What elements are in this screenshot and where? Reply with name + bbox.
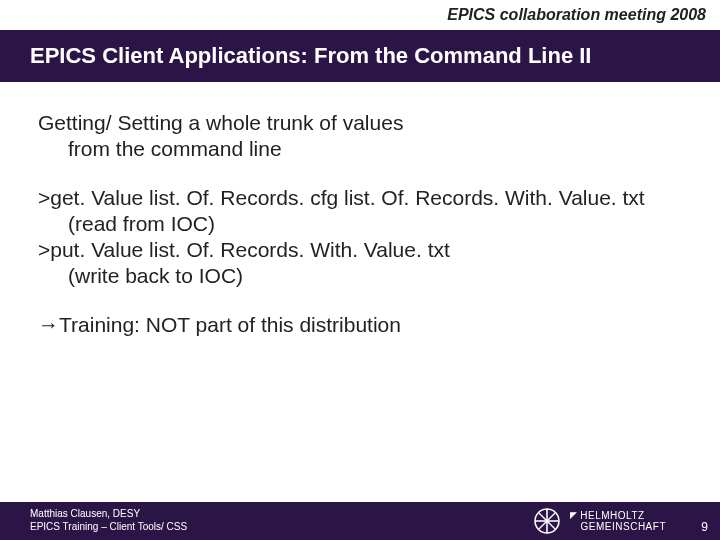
page-number: 9 (701, 520, 708, 534)
training-text: Training: NOT part of this distribution (59, 313, 401, 336)
slide: EPICS collaboration meeting 2008 EPICS C… (0, 0, 720, 540)
slide-body: Getting/ Setting a whole trunk of values… (38, 110, 678, 360)
helmholtz-line-1: HELMHOLTZ (580, 510, 644, 521)
slide-title: EPICS Client Applications: From the Comm… (30, 43, 591, 69)
event-label: EPICS collaboration meeting 2008 (447, 6, 706, 24)
footer-credits: Matthias Clausen, DESY EPICS Training – … (30, 507, 187, 533)
intro-line-2: from the command line (68, 136, 678, 162)
command-put: >put. Value list. Of. Records. With. Val… (38, 237, 678, 263)
intro-line-1: Getting/ Setting a whole trunk of values (38, 110, 678, 136)
desy-logo-icon (534, 508, 560, 534)
command-get-note: (read from IOC) (68, 211, 678, 237)
footer-bar: Matthias Clausen, DESY EPICS Training – … (0, 502, 720, 540)
commands-block: >get. Value list. Of. Records. cfg list.… (38, 185, 678, 290)
arrow-icon: → (38, 313, 59, 336)
command-get: >get. Value list. Of. Records. cfg list.… (38, 185, 678, 211)
footer-logos: ◤ HELMHOLTZ GEMEINSCHAFT (534, 508, 666, 534)
command-put-note: (write back to IOC) (68, 263, 678, 289)
title-bar: EPICS Client Applications: From the Comm… (0, 30, 720, 82)
training-line: →Training: NOT part of this distribution (38, 312, 678, 338)
helmholtz-line-2: GEMEINSCHAFT (570, 521, 666, 532)
footer-author: Matthias Clausen, DESY (30, 507, 187, 520)
helmholtz-triangle-icon: ◤ (570, 511, 578, 521)
intro-paragraph: Getting/ Setting a whole trunk of values… (38, 110, 678, 163)
helmholtz-logo-text: ◤ HELMHOLTZ GEMEINSCHAFT (570, 510, 666, 532)
footer-course: EPICS Training – Client Tools/ CSS (30, 520, 187, 533)
